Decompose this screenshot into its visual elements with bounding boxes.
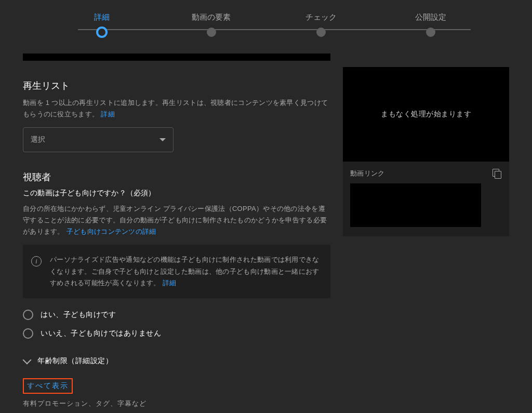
step-label: 動画の要素 [156, 12, 266, 22]
chevron-down-icon [23, 355, 32, 364]
video-link-card: 動画リンク [343, 162, 509, 236]
playlists-description: 動画を 1 つ以上の再生リストに追加します。再生リストは、視聴者にコンテンツを素… [23, 97, 330, 120]
step-circle-icon [96, 26, 108, 38]
video-link-redacted [350, 183, 481, 227]
audience-title: 視聴者 [23, 171, 330, 183]
playlist-select[interactable]: 選択 [23, 127, 174, 152]
audience-explain: 自分の所在地にかかわらず、児童オンライン プライバシー保護法（COPPA）やその… [23, 203, 330, 237]
audience-info-box: i パーソナライズド広告や通知などの機能は子ども向けに制作された動画では利用でき… [23, 245, 330, 298]
step-circle-icon [316, 28, 326, 37]
radio-no-label: いいえ、子ども向けではありません [41, 329, 161, 338]
video-preview: まもなく処理が始まります [343, 67, 509, 162]
step-visibility[interactable]: 公開設定 [376, 12, 485, 37]
step-label: チェック [266, 12, 376, 22]
copy-icon[interactable] [493, 169, 502, 178]
step-details[interactable]: 詳細 [47, 12, 156, 38]
step-checks[interactable]: チェック [266, 12, 376, 37]
radio-yes-label: はい、子ども向けです [41, 310, 116, 319]
show-all-subtext: 有料プロモーション、タグ、字幕など [23, 399, 330, 408]
playlist-select-label: 選択 [31, 135, 45, 144]
audience-question: この動画は子ども向けですか？（必須） [23, 189, 330, 198]
step-circle-icon [207, 28, 216, 37]
radio-not-kids[interactable]: いいえ、子ども向けではありません [23, 328, 330, 339]
playlists-description-text: 動画を 1 つ以上の再生リストに追加します。再生リストは、視聴者にコンテンツを素… [23, 99, 328, 118]
step-label: 詳細 [47, 12, 156, 22]
step-label: 公開設定 [376, 12, 485, 22]
radio-icon [23, 328, 33, 339]
preview-status: まもなく処理が始まります [381, 110, 471, 119]
audience-explain-link[interactable]: 子ども向けコンテンツの詳細 [66, 228, 156, 235]
step-elements[interactable]: 動画の要素 [156, 12, 266, 37]
audience-info-link[interactable]: 詳細 [163, 279, 177, 287]
step-circle-icon [426, 28, 435, 37]
playlists-title: 再生リスト [23, 79, 330, 92]
caret-down-icon [159, 138, 166, 141]
audience-info-text: パーソナライズド広告や通知などの機能は子ども向けに制作された動画では利用できなく… [50, 256, 320, 286]
playlists-detail-link[interactable]: 詳細 [101, 110, 115, 118]
video-link-label: 動画リンク [350, 169, 385, 178]
upload-stepper: 詳細 動画の要素 チェック 公開設定 [0, 0, 532, 38]
age-restriction-toggle[interactable]: 年齢制限（詳細設定） [23, 356, 330, 366]
info-icon: i [31, 256, 42, 267]
show-all-button[interactable]: すべて表示 [23, 378, 73, 394]
age-restriction-label: 年齢制限（詳細設定） [37, 356, 113, 366]
radio-icon [23, 310, 33, 320]
radio-yes-kids[interactable]: はい、子ども向けです [23, 310, 330, 320]
redacted-field [23, 54, 330, 61]
